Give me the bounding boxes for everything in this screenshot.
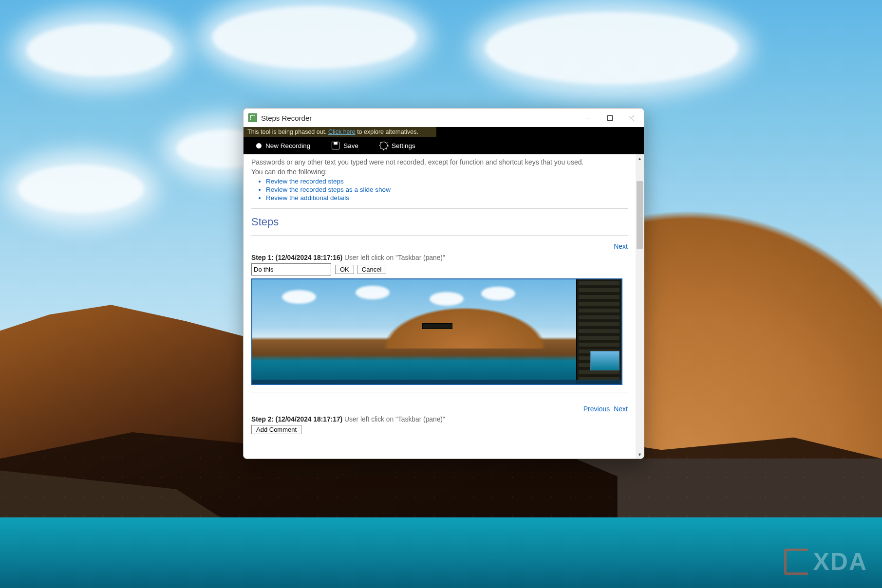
nav-next[interactable]: Next xyxy=(614,242,628,250)
section-heading: Steps xyxy=(251,216,628,228)
close-icon xyxy=(629,115,634,121)
deprecation-banner: This tool is being phased out. Click her… xyxy=(244,127,436,137)
cancel-button[interactable]: Cancel xyxy=(357,265,386,274)
link-review-details[interactable]: Review the additional details xyxy=(266,194,349,202)
maximize-button[interactable] xyxy=(599,109,620,127)
scroll-down-icon[interactable]: ▼ xyxy=(636,450,644,459)
save-button[interactable]: Save xyxy=(321,137,369,154)
divider xyxy=(251,392,628,392)
comment-input[interactable] xyxy=(251,263,331,276)
nav-next-2[interactable]: Next xyxy=(614,405,628,413)
window-title: Steps Recorder xyxy=(261,114,312,122)
scroll-up-icon[interactable]: ▲ xyxy=(636,154,644,163)
banner-link[interactable]: Click here xyxy=(328,129,356,135)
gear-icon xyxy=(380,142,388,149)
vertical-scrollbar[interactable]: ▲ ▼ xyxy=(636,154,644,459)
settings-button[interactable]: Settings xyxy=(369,137,426,154)
add-comment-button[interactable]: Add Comment xyxy=(251,425,301,434)
steps-recorder-window: Steps Recorder This tool is being phased… xyxy=(243,108,644,459)
new-recording-button[interactable]: New Recording xyxy=(245,137,321,154)
step-1-screenshot[interactable] xyxy=(251,278,622,385)
maximize-icon xyxy=(607,115,613,121)
step-2-header: Step 2: (12/04/2024 18:17:17) User left … xyxy=(251,416,628,423)
ok-button[interactable]: OK xyxy=(335,265,354,274)
content-pane: Passwords or any other text you typed we… xyxy=(244,154,636,459)
intro-text-2: You can do the following: xyxy=(251,168,628,176)
nav-previous[interactable]: Previous xyxy=(583,405,610,413)
toolbar: New Recording Save Settings xyxy=(244,137,554,154)
link-review-slideshow[interactable]: Review the recorded steps as a slide sho… xyxy=(266,186,391,193)
minimize-icon xyxy=(586,115,591,121)
minimize-button[interactable] xyxy=(578,109,599,127)
step-1-comment-row: ✕ OK Cancel xyxy=(251,263,628,276)
scroll-thumb[interactable] xyxy=(637,181,643,249)
link-review-steps[interactable]: Review the recorded steps xyxy=(266,178,344,185)
divider xyxy=(251,208,628,209)
xda-watermark: XDA xyxy=(784,548,867,576)
step-1-header: Step 1: (12/04/2024 18:17:16) User left … xyxy=(251,254,628,261)
divider xyxy=(251,235,628,236)
app-icon xyxy=(248,113,257,122)
close-button[interactable] xyxy=(620,109,642,127)
titlebar[interactable]: Steps Recorder xyxy=(244,109,644,127)
svg-rect-0 xyxy=(607,115,612,120)
record-icon xyxy=(256,143,262,148)
intro-text-1: Passwords or any other text you typed we… xyxy=(251,158,628,166)
save-icon xyxy=(332,142,339,149)
